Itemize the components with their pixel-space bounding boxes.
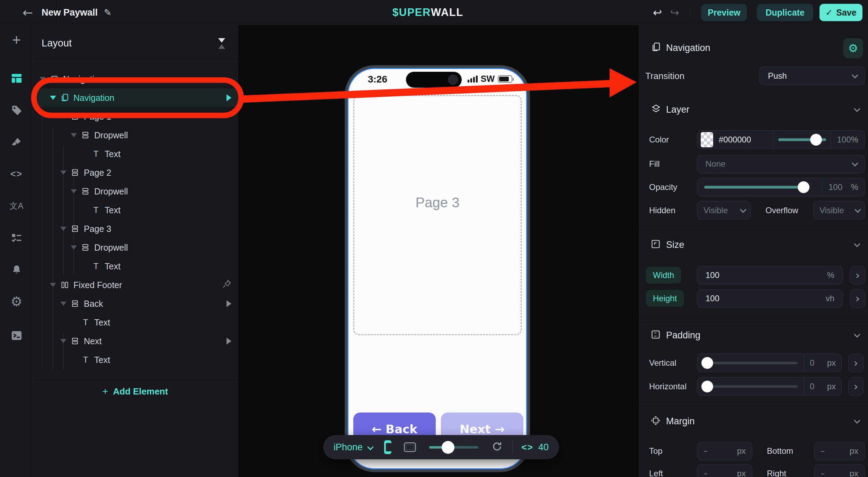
margin-right-input[interactable]: – px (814, 464, 865, 477)
disclosure-triangle-icon[interactable] (60, 171, 67, 175)
height-value[interactable]: 100 (706, 294, 719, 303)
layout-panel-icon[interactable] (0, 71, 33, 85)
zoom-slider-thumb[interactable] (442, 441, 454, 454)
tree-row-dropwell[interactable]: Dropwell (33, 238, 238, 257)
hidden-dropdown[interactable]: Visible (697, 201, 751, 220)
slider-thumb[interactable] (798, 181, 809, 193)
padding-horizontal-expand-button[interactable]: › (848, 377, 863, 396)
color-percent-field[interactable]: 100 % (831, 131, 865, 149)
fill-dropdown[interactable]: None (697, 155, 865, 173)
tree-row-text[interactable]: TText (33, 201, 238, 219)
tree-row-page-3[interactable]: Page 3 (33, 219, 238, 238)
pin-icon[interactable] (222, 279, 231, 290)
add-element-icon[interactable]: + (0, 33, 33, 47)
console-icon[interactable] (0, 329, 33, 342)
padding-vertical-field[interactable]: 0 px (804, 354, 841, 372)
height-chip[interactable]: Height (646, 290, 684, 307)
width-expand-button[interactable]: › (850, 266, 865, 285)
margin-left-input[interactable]: – px (697, 464, 752, 477)
zoom-value[interactable]: 40 (538, 442, 549, 453)
padding-horizontal-slider[interactable] (697, 378, 804, 396)
disclosure-triangle-icon[interactable] (71, 245, 77, 250)
width-input[interactable]: 100 % (697, 266, 843, 285)
margin-bottom-value[interactable]: – (821, 446, 825, 456)
width-chip[interactable]: Width (646, 267, 681, 284)
phone-screen[interactable]: 3:26 SW Page 3 ← Back Next → (347, 68, 527, 469)
color-swatch-field[interactable]: #000000 (697, 131, 773, 149)
margin-left-value[interactable]: – (703, 469, 708, 477)
margin-bottom-input[interactable]: – px (814, 442, 865, 460)
back-button[interactable]: ← (18, 5, 37, 20)
tree-row-next[interactable]: Next (33, 332, 238, 350)
disclosure-triangle-icon[interactable] (71, 133, 77, 137)
margin-section-header[interactable]: Margin (639, 412, 868, 431)
disclosure-triangle-icon[interactable] (60, 302, 67, 306)
tree-row-text[interactable]: TText (33, 257, 238, 276)
size-section-header[interactable]: Size (639, 235, 868, 254)
undo-icon[interactable]: ↩ (653, 7, 662, 18)
device-select[interactable]: iPhone (334, 442, 363, 453)
styles-brush-icon[interactable] (0, 135, 33, 149)
margin-right-value[interactable]: – (821, 469, 825, 477)
edit-title-icon[interactable]: ✎ (104, 7, 112, 18)
chevron-down-icon[interactable] (854, 418, 860, 423)
padding-vertical-value[interactable]: 0 (810, 358, 814, 368)
drill-right-icon[interactable] (227, 300, 231, 307)
chevron-down-icon[interactable] (854, 332, 860, 337)
save-button[interactable]: ✓ Save (820, 4, 862, 21)
padding-horizontal-field[interactable]: 0 px (804, 378, 841, 396)
code-icon[interactable]: <> (0, 167, 33, 181)
tree-row-navigation[interactable]: Navigation (33, 70, 238, 88)
disclosure-triangle-icon[interactable] (60, 339, 67, 343)
padding-vertical-slider[interactable] (697, 354, 804, 372)
padding-section-header[interactable]: Padding (639, 326, 868, 345)
width-value[interactable]: 100 (706, 270, 719, 280)
transition-dropdown[interactable]: Push (759, 67, 865, 85)
chevron-down-icon[interactable] (854, 106, 860, 112)
overflow-dropdown[interactable]: Visible (813, 201, 865, 220)
preview-button[interactable]: Preview (701, 4, 747, 21)
height-input[interactable]: 100 vh (697, 289, 843, 308)
disclosure-triangle-icon[interactable] (60, 227, 67, 231)
opacity-percent-field[interactable]: 100 % (822, 178, 865, 196)
disclosure-triangle-icon[interactable] (50, 96, 56, 100)
tags-icon[interactable] (0, 103, 33, 117)
chevron-down-icon[interactable] (854, 241, 860, 247)
tree-row-page-2[interactable]: Page 2 (33, 163, 238, 182)
drill-right-icon[interactable] (227, 338, 231, 345)
color-alpha-slider[interactable] (773, 131, 831, 149)
duplicate-button[interactable]: Duplicate (757, 4, 813, 21)
tree-row-text[interactable]: TText (33, 350, 238, 369)
notifications-bell-icon[interactable] (0, 263, 33, 277)
collapse-tree-icon[interactable] (218, 38, 226, 49)
disclosure-triangle-icon[interactable] (60, 114, 67, 119)
padding-horizontal-value[interactable]: 0 (810, 382, 814, 391)
design-canvas[interactable]: 3:26 SW Page 3 ← Back Next → (238, 25, 639, 477)
slider-thumb[interactable] (701, 381, 713, 392)
add-element-button[interactable]: + Add Element (33, 386, 238, 397)
drill-right-icon[interactable] (227, 94, 231, 101)
disclosure-triangle-icon[interactable] (39, 77, 46, 81)
landscape-orientation-icon[interactable] (404, 442, 416, 452)
page-dropwell-outline[interactable]: Page 3 (353, 95, 522, 335)
checklist-icon[interactable] (0, 231, 33, 245)
transparent-swatch[interactable] (701, 132, 713, 147)
opacity-value[interactable]: 100 (829, 182, 842, 192)
slider-thumb[interactable] (701, 357, 713, 369)
tree-row-back[interactable]: Back (33, 294, 238, 313)
tree-row-dropwell[interactable]: Dropwell (33, 126, 238, 145)
tree-row-dropwell[interactable]: Dropwell (33, 182, 238, 201)
zoom-slider[interactable] (429, 441, 478, 453)
tree-row-fixed-footer[interactable]: Fixed Footer (33, 276, 238, 294)
element-settings-button[interactable]: ⚙ (843, 38, 863, 58)
tree-row-navigation[interactable]: Navigation (33, 88, 238, 107)
tree-row-text[interactable]: TText (33, 145, 238, 163)
refresh-icon[interactable] (491, 441, 503, 453)
tree-row-page-1[interactable]: Page 1 (33, 107, 238, 126)
tree-row-text[interactable]: TText (33, 313, 238, 332)
localization-icon[interactable]: 文A (0, 199, 33, 213)
color-hex-value[interactable]: #000000 (719, 135, 751, 145)
disclosure-triangle-icon[interactable] (71, 189, 77, 193)
redo-icon[interactable]: ↪ (670, 7, 679, 18)
height-expand-button[interactable]: › (850, 289, 865, 308)
